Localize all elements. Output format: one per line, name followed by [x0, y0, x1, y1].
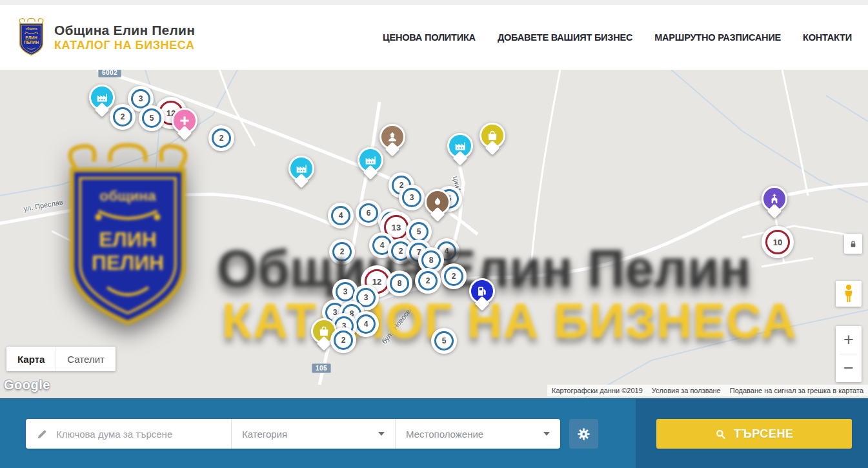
cluster-marker[interactable]: 8 — [387, 270, 412, 296]
cluster-count: 2 — [334, 331, 353, 350]
keyword-field — [26, 419, 231, 449]
road-number-badge: 6002 — [98, 70, 121, 77]
svg-text:ЕЛИН: ЕЛИН — [25, 36, 37, 40]
factory-pin[interactable] — [288, 156, 314, 181]
pencil-icon — [36, 428, 48, 440]
map-type-control: Карта Сателит — [6, 347, 116, 371]
bag-pin[interactable] — [479, 123, 505, 148]
gear-icon — [576, 427, 591, 442]
advanced-search-button[interactable] — [569, 419, 598, 449]
pegman-icon — [841, 284, 856, 303]
svg-text:община: община — [25, 26, 37, 30]
cluster-count: 8 — [390, 274, 409, 293]
search-button-label: ТЪРСЕНЕ — [734, 427, 793, 441]
brand-home-link[interactable]: община ЕЛИН ПЕЛИН Община Елин Пелин КАТА… — [16, 17, 195, 57]
top-strip — [0, 0, 868, 5]
cluster-marker[interactable]: 4 — [328, 203, 354, 229]
bag-icon — [317, 324, 331, 338]
search-bar: Категория Местоположение ТЪРСЕНЕ — [0, 398, 868, 468]
cluster-count: 4 — [331, 206, 350, 225]
cluster-count: 8 — [421, 250, 441, 270]
municipality-logo: община ЕЛИН ПЕЛИН — [16, 17, 46, 57]
church-pin[interactable] — [762, 186, 787, 212]
plus-pin[interactable] — [172, 108, 197, 134]
factory-pin[interactable] — [89, 85, 115, 110]
nav-item-pricing[interactable]: ЦЕНОВА ПОЛИТИКА — [383, 32, 476, 43]
cluster-count: 3 — [402, 188, 421, 207]
cluster-marker[interactable]: 2 — [329, 239, 355, 265]
search-icon — [714, 428, 727, 440]
zoom-control: + − — [836, 326, 862, 382]
map-lock-button[interactable] — [844, 234, 862, 254]
svg-text:ПЕЛИН: ПЕЛИН — [24, 40, 39, 45]
road-number-badge: 105 — [312, 363, 331, 373]
cluster-count: 5 — [142, 108, 161, 128]
nav-item-contacts[interactable]: КОНТАКТИ — [803, 32, 852, 43]
cluster-marker[interactable]: 5 — [139, 105, 165, 131]
category-select-value: Категория — [242, 429, 287, 440]
cluster-marker[interactable]: 6 — [356, 200, 381, 226]
cluster-count: 5 — [434, 331, 454, 351]
zoom-in-button[interactable]: + — [836, 326, 862, 354]
plus-icon — [177, 114, 192, 128]
flame-pin[interactable] — [425, 189, 450, 215]
search-submit-button[interactable]: ТЪРСЕНЕ — [656, 419, 852, 449]
worker-icon — [385, 130, 399, 144]
cluster-count: 2 — [418, 271, 438, 290]
bag-icon — [485, 128, 500, 143]
cluster-count: 2 — [332, 242, 352, 261]
cluster-marker[interactable]: 2 — [208, 125, 234, 151]
cluster-marker[interactable]: 2 — [330, 327, 356, 353]
cluster-count: 6 — [359, 203, 378, 223]
factory-icon — [95, 90, 109, 105]
map-type-satellite-button[interactable]: Сателит — [56, 347, 116, 371]
nav-item-add-business[interactable]: ДОБАВЕТЕ ВАШИЯТ БИЗНЕС — [498, 32, 632, 43]
location-select-value: Местоположение — [406, 429, 483, 440]
map-type-map-button[interactable]: Карта — [6, 347, 56, 371]
cluster-count: 5 — [409, 222, 429, 241]
cluster-marker[interactable]: 5 — [431, 328, 457, 354]
cluster-marker[interactable]: 2 — [441, 263, 467, 289]
google-logo[interactable]: Google — [4, 378, 50, 392]
cluster-count: 2 — [212, 128, 231, 148]
church-icon — [767, 192, 782, 206]
factory-pin[interactable] — [358, 147, 383, 173]
attribution-copyright: Картографски данни ©2019 — [547, 385, 647, 396]
header: община ЕЛИН ПЕЛИН Община Елин Пелин КАТА… — [0, 5, 868, 70]
chevron-down-icon — [378, 432, 385, 436]
map-canvas[interactable]: 6002105ул. Преславбул. „Новоселции" 3251… — [0, 70, 868, 398]
cluster-marker[interactable]: 4 — [353, 311, 379, 337]
cluster-count: 3 — [336, 282, 355, 301]
main-nav: ЦЕНОВА ПОЛИТИКА ДОБАВЕТЕ ВАШИЯТ БИЗНЕС М… — [383, 5, 852, 70]
fuel-pin[interactable] — [469, 278, 495, 304]
cluster-count: 4 — [356, 314, 376, 334]
cluster-marker[interactable]: 10 — [762, 226, 794, 258]
site-title: Община Елин Пелин — [54, 23, 195, 38]
lock-icon — [848, 239, 858, 249]
cluster-count: 2 — [113, 107, 132, 127]
fuel-icon — [475, 284, 489, 298]
factory-icon — [294, 161, 308, 176]
cluster-marker[interactable]: 2 — [110, 104, 136, 130]
factory-icon — [363, 153, 378, 167]
category-select[interactable]: Категория — [231, 419, 395, 449]
cluster-marker[interactable]: 3 — [399, 185, 425, 210]
chevron-down-icon — [543, 432, 550, 436]
keyword-search-input[interactable] — [56, 429, 231, 440]
street-view-pegman[interactable] — [836, 281, 862, 307]
flame-icon — [430, 195, 445, 209]
cluster-marker[interactable]: 2 — [415, 268, 441, 294]
location-select[interactable]: Местоположение — [395, 419, 560, 449]
factory-pin[interactable] — [447, 133, 473, 159]
attribution-report-error-link[interactable]: Подаване на сигнал за грешка в картата — [725, 385, 868, 396]
site-subtitle: КАТАЛОГ НА БИЗНЕСА — [54, 39, 195, 52]
cluster-count: 2 — [444, 267, 463, 286]
map-attribution: Картографски данни ©2019 Условия за полз… — [547, 385, 868, 396]
worker-pin[interactable] — [379, 124, 405, 150]
nav-item-bus-schedule[interactable]: МАРШРУТНО РАЗПИСАНИЕ — [654, 32, 781, 43]
zoom-out-button[interactable]: − — [836, 354, 862, 382]
attribution-terms-link[interactable]: Условия за ползване — [647, 385, 725, 396]
cluster-count: 10 — [765, 230, 790, 254]
search-fields-group: Категория Местоположение — [26, 419, 560, 449]
factory-icon — [453, 139, 467, 153]
